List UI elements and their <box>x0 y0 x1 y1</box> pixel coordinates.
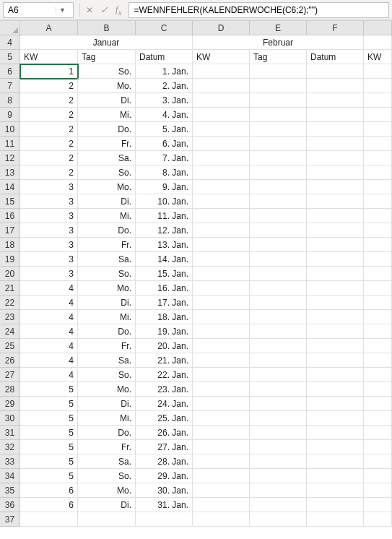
cell[interactable] <box>364 483 392 498</box>
cell[interactable] <box>307 137 364 151</box>
cell[interactable] <box>307 310 364 324</box>
cell-datum[interactable]: 3. Jan. <box>136 93 193 108</box>
row-header[interactable]: 18 <box>0 238 20 252</box>
row-header[interactable]: 32 <box>0 440 20 454</box>
cell-tag[interactable]: Fr. <box>78 440 136 454</box>
cell-datum[interactable] <box>136 512 193 527</box>
cell-tag[interactable]: Fr. <box>78 238 136 252</box>
row-header[interactable]: 35 <box>0 483 20 498</box>
cell[interactable] <box>364 454 392 469</box>
cell[interactable] <box>250 368 307 382</box>
cell[interactable] <box>193 93 250 108</box>
cell-datum[interactable]: 13. Jan. <box>136 238 193 252</box>
row-header[interactable]: 15 <box>0 194 20 209</box>
cell[interactable] <box>307 382 364 397</box>
header-tag[interactable]: Tag <box>78 50 136 64</box>
cell[interactable] <box>193 310 250 324</box>
row-header[interactable]: 21 <box>0 281 20 296</box>
row-header[interactable]: 9 <box>0 108 20 122</box>
cell-kw[interactable]: 4 <box>20 310 78 324</box>
cell-kw[interactable]: 4 <box>20 296 78 310</box>
cell[interactable] <box>250 498 307 512</box>
cell[interactable] <box>364 440 392 454</box>
cell-datum[interactable]: 12. Jan. <box>136 223 193 238</box>
cell[interactable] <box>250 93 307 108</box>
cell[interactable] <box>307 426 364 440</box>
cell[interactable] <box>250 79 307 93</box>
cell[interactable] <box>364 296 392 310</box>
header-datum[interactable]: Datum <box>136 50 193 64</box>
cell[interactable] <box>307 411 364 426</box>
cell[interactable] <box>250 267 307 281</box>
cell[interactable] <box>307 194 364 209</box>
row-header[interactable]: 25 <box>0 339 20 353</box>
row-header[interactable]: 28 <box>0 382 20 397</box>
month-februar[interactable]: Februar <box>193 35 364 50</box>
cell-kw[interactable]: 2 <box>20 108 78 122</box>
cell[interactable] <box>193 238 250 252</box>
cell[interactable] <box>307 165 364 180</box>
cell-tag[interactable]: Mi. <box>78 108 136 122</box>
cell[interactable] <box>307 324 364 339</box>
cell[interactable] <box>364 35 392 50</box>
cell[interactable] <box>307 252 364 267</box>
name-box-dropdown-icon[interactable]: ▼ <box>56 7 69 14</box>
row-header[interactable]: 16 <box>0 209 20 223</box>
cell[interactable] <box>250 339 307 353</box>
col-header-D[interactable]: D <box>193 21 250 35</box>
cell[interactable] <box>250 180 307 194</box>
cell[interactable] <box>307 281 364 296</box>
row-header[interactable]: 36 <box>0 498 20 512</box>
col-header-extra[interactable] <box>364 21 392 35</box>
row-header[interactable]: 22 <box>0 296 20 310</box>
cell-tag[interactable]: Sa. <box>78 252 136 267</box>
cell-datum[interactable]: 8. Jan. <box>136 165 193 180</box>
cell[interactable] <box>307 108 364 122</box>
row-header[interactable]: 24 <box>0 324 20 339</box>
cell[interactable] <box>250 223 307 238</box>
cell-tag[interactable]: Fr. <box>78 137 136 151</box>
cell-datum[interactable]: 15. Jan. <box>136 267 193 281</box>
cell-tag[interactable]: Di. <box>78 296 136 310</box>
cell[interactable] <box>250 238 307 252</box>
row-header[interactable]: 12 <box>0 151 20 165</box>
cell-datum[interactable]: 9. Jan. <box>136 180 193 194</box>
cell[interactable] <box>250 397 307 411</box>
cell[interactable] <box>250 440 307 454</box>
cell-tag[interactable]: Di. <box>78 397 136 411</box>
row-header[interactable]: 37 <box>0 512 20 527</box>
cell-datum[interactable]: 23. Jan. <box>136 382 193 397</box>
cell[interactable] <box>250 194 307 209</box>
cell[interactable] <box>193 368 250 382</box>
cell[interactable] <box>307 64 364 79</box>
cell[interactable] <box>193 79 250 93</box>
cell[interactable] <box>250 483 307 498</box>
cell-tag[interactable]: Mi. <box>78 209 136 223</box>
cell-tag[interactable]: Fr. <box>78 339 136 353</box>
cell-kw[interactable] <box>20 512 78 527</box>
row-header[interactable]: 27 <box>0 368 20 382</box>
cell[interactable] <box>364 108 392 122</box>
cell[interactable] <box>193 397 250 411</box>
header-kw-3[interactable]: KW <box>364 50 392 64</box>
cell[interactable] <box>193 483 250 498</box>
cell[interactable] <box>193 440 250 454</box>
cell-kw[interactable]: 6 <box>20 483 78 498</box>
cell-datum[interactable]: 16. Jan. <box>136 281 193 296</box>
cell[interactable] <box>364 209 392 223</box>
cell[interactable] <box>364 382 392 397</box>
cell[interactable] <box>193 180 250 194</box>
row-header[interactable]: 13 <box>0 165 20 180</box>
cell[interactable] <box>193 209 250 223</box>
cell[interactable] <box>307 209 364 223</box>
cell[interactable] <box>307 397 364 411</box>
cell-kw[interactable]: 5 <box>20 397 78 411</box>
row-header[interactable]: 14 <box>0 180 20 194</box>
name-box-input[interactable] <box>4 5 56 15</box>
cell[interactable] <box>364 426 392 440</box>
cell-kw[interactable]: 3 <box>20 194 78 209</box>
cell[interactable] <box>364 252 392 267</box>
cell[interactable] <box>364 180 392 194</box>
col-header-E[interactable]: E <box>250 21 307 35</box>
cell[interactable] <box>307 223 364 238</box>
